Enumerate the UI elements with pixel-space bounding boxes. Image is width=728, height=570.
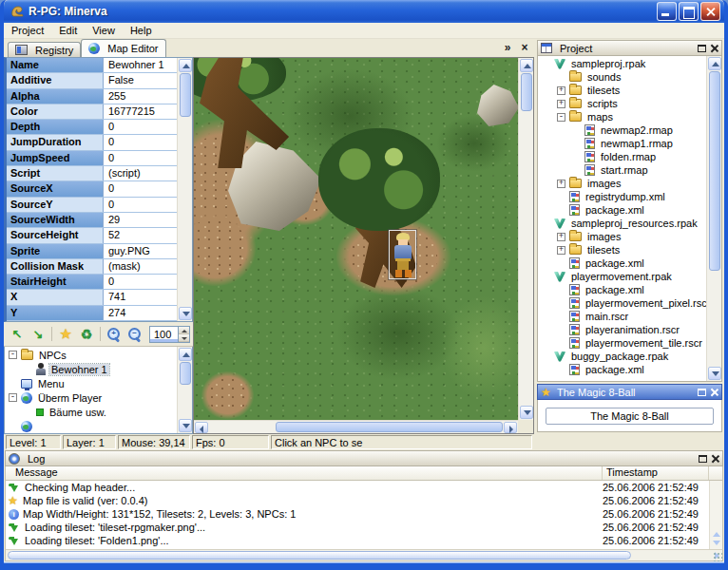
tree-item[interactable]: start.rmap [538, 163, 706, 177]
log-row[interactable]: iMap Width/Height: 131*152, Tilesets: 2,… [6, 507, 709, 521]
zoom-in-button[interactable] [104, 325, 125, 344]
scroll-thumb[interactable] [180, 362, 191, 385]
property-row[interactable]: X741 [7, 290, 177, 305]
property-row[interactable]: Script(script) [7, 166, 177, 181]
menu-project[interactable]: Project [4, 23, 51, 38]
tree-item[interactable]: package.xml [538, 256, 706, 270]
close-button[interactable] [700, 2, 720, 21]
tree-item[interactable]: package.xml [538, 203, 706, 217]
zoom-spinner-up[interactable] [179, 327, 189, 334]
panel-close-button[interactable] [711, 454, 719, 463]
menu-edit[interactable]: Edit [51, 23, 85, 38]
property-value[interactable]: 255 [104, 89, 177, 104]
minimize-button[interactable] [657, 2, 677, 21]
property-row[interactable]: Collision Mask(mask) [7, 259, 177, 275]
tree-item[interactable]: +images [538, 230, 706, 243]
tree-item[interactable]: -NPCs [5, 348, 177, 362]
resize-grip[interactable] [713, 552, 722, 561]
log-column-timestamp[interactable]: Timestamp [603, 466, 709, 480]
property-value[interactable]: (script) [104, 166, 177, 180]
property-row[interactable]: SourceX0 [7, 181, 177, 197]
property-value[interactable]: 0 [104, 198, 177, 212]
expander-minus-icon[interactable]: - [9, 351, 17, 359]
property-value[interactable]: 0 [104, 135, 177, 149]
property-row[interactable]: Color16777215 [7, 104, 177, 120]
property-row[interactable]: AdditiveFalse [7, 73, 177, 88]
zoom-spinner-down[interactable] [179, 334, 189, 342]
tree-item[interactable]: newmap1.rmap [538, 137, 706, 150]
tree-item[interactable]: folden.rmap [538, 150, 706, 163]
property-row[interactable]: NameBewohner 1 [7, 58, 177, 73]
scroll-thumb[interactable] [709, 71, 720, 271]
tab-registry[interactable]: Registry [8, 42, 81, 57]
tree-item[interactable]: -Überm Player [5, 390, 177, 405]
expander-minus-icon[interactable]: - [557, 113, 565, 122]
property-row[interactable]: JumpSpeed0 [7, 151, 177, 166]
property-value[interactable]: guy.PNG [104, 244, 177, 258]
log-panel-header[interactable]: Log [5, 450, 723, 466]
map-viewport[interactable] [193, 57, 534, 434]
expander-plus-icon[interactable]: + [557, 86, 565, 95]
tree-item[interactable] [5, 419, 177, 433]
npc-tree-scrollbar[interactable] [177, 347, 192, 433]
panel-maximize-button[interactable] [698, 389, 706, 396]
menu-view[interactable]: View [85, 23, 123, 38]
scroll-right-button[interactable] [504, 422, 517, 433]
scroll-down-button[interactable] [179, 419, 192, 432]
scroll-thumb[interactable] [276, 422, 503, 432]
tree-item[interactable]: +tilesets [538, 243, 706, 256]
property-row[interactable]: Depth0 [7, 120, 177, 135]
tree-item[interactable]: -maps [538, 110, 706, 124]
tree-item[interactable]: +tilesets [538, 84, 706, 97]
scroll-down-button[interactable] [713, 541, 720, 545]
log-row[interactable]: Loading tileset: 'Folden1.png'...25.06.2… [6, 534, 709, 547]
tree-item[interactable]: main.rscr [538, 310, 706, 323]
scroll-thumb[interactable] [8, 551, 631, 560]
property-value[interactable]: 0 [104, 181, 177, 196]
magic-panel-header[interactable]: ★ The Magic 8-Ball [537, 384, 722, 400]
log-row[interactable]: Loading tileset: 'tileset-rpgmaker.png'.… [6, 521, 709, 534]
redo-button[interactable]: ↘ [28, 325, 48, 344]
zoom-level-input[interactable]: 100 [149, 326, 190, 343]
tree-item[interactable]: +images [538, 177, 706, 190]
log-horizontal-scrollbar[interactable] [5, 549, 723, 561]
property-row[interactable]: Y274 [7, 306, 177, 321]
log-row[interactable]: ★Map file is valid (ver: 0.0.4)25.06.200… [6, 494, 709, 507]
property-value[interactable]: 16777215 [104, 104, 177, 119]
tab-map-editor[interactable]: Map Editor [81, 39, 165, 57]
project-panel-header[interactable]: Project [537, 40, 722, 56]
property-value[interactable]: 52 [104, 228, 177, 242]
expander-minus-icon[interactable]: - [9, 393, 17, 402]
property-value[interactable]: 0 [104, 120, 177, 134]
property-row[interactable]: SourceY0 [7, 198, 177, 213]
property-value[interactable]: 741 [104, 290, 177, 304]
tree-item[interactable]: package.xml [538, 363, 706, 376]
property-value[interactable]: 29 [104, 213, 177, 227]
tree-item[interactable]: playermovement.rpak [538, 270, 706, 283]
expander-plus-icon[interactable]: + [557, 100, 565, 108]
tree-item[interactable]: Menu [5, 376, 177, 390]
tree-item[interactable]: playermovement_pixel.rscr [538, 296, 706, 310]
property-row[interactable]: Alpha255 [7, 89, 177, 104]
property-row[interactable]: SourceHeight52 [7, 228, 177, 243]
tab-close-button[interactable]: × [517, 41, 532, 54]
panel-close-button[interactable] [710, 44, 718, 52]
tree-item[interactable]: sounds [538, 70, 706, 84]
panel-maximize-button[interactable] [698, 45, 706, 52]
property-value[interactable]: Bewohner 1 [104, 58, 177, 72]
panel-maximize-button[interactable] [699, 455, 707, 463]
scroll-up-button[interactable] [179, 348, 192, 361]
zoom-level-value[interactable]: 100 [150, 327, 178, 342]
tree-item[interactable]: +scripts [538, 97, 706, 110]
log-column-message[interactable]: Message [6, 466, 603, 480]
tree-item[interactable]: Bäume usw. [5, 405, 177, 419]
expander-plus-icon[interactable]: + [557, 246, 565, 255]
property-value[interactable]: 0 [104, 151, 177, 165]
menu-help[interactable]: Help [123, 23, 160, 38]
log-vertical-scrollbar[interactable] [709, 481, 722, 549]
map-horizontal-scrollbar[interactable] [194, 420, 518, 433]
tree-item[interactable]: newmap2.rmap [538, 124, 706, 137]
property-value[interactable]: 274 [104, 306, 177, 320]
tree-item[interactable]: registrydump.xml [538, 190, 706, 203]
expander-plus-icon[interactable]: + [557, 180, 565, 188]
